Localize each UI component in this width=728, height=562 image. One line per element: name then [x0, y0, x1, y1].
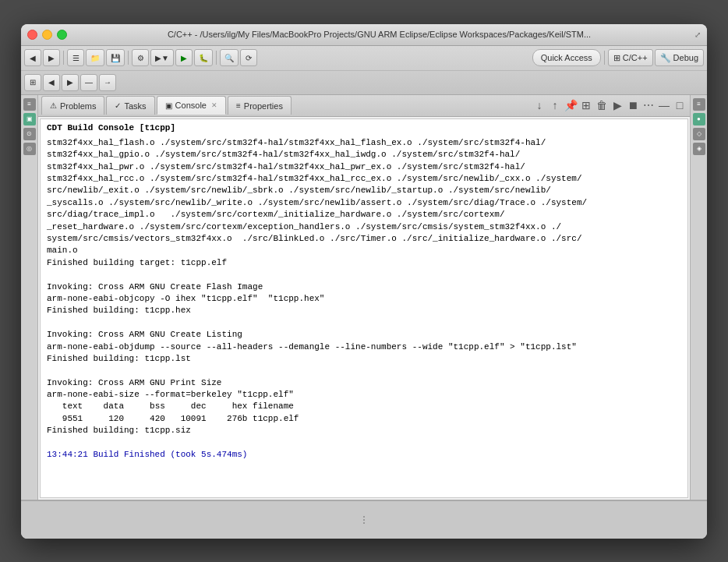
tab-properties-label: Properties — [244, 101, 283, 111]
console-tab-icon: ▣ — [165, 101, 172, 110]
tab-console-label: Console — [175, 101, 207, 110]
console-blank2 — [47, 317, 681, 329]
resize-dot-3 — [363, 522, 365, 524]
console-blank3 — [47, 365, 681, 376]
tab-actions: ↓ ↑ 📌 ⊞ 🗑 ▶ ⏹ ⋯ — □ — [532, 98, 687, 112]
maximize-button[interactable] — [57, 30, 67, 40]
console-tab-close[interactable]: ✕ — [211, 101, 217, 109]
properties-tab-icon: ≡ — [236, 101, 241, 110]
toolbar-separator-3 — [216, 51, 217, 65]
console-build-output: stm32f4xx_hal_flash.o ./system/src/stm32… — [47, 137, 681, 257]
toolbar2-btn5[interactable]: → — [99, 74, 116, 91]
minimize-panel[interactable]: — — [657, 98, 671, 112]
right-sidebar-icon-2[interactable]: ● — [693, 113, 705, 125]
console-clear[interactable]: 🗑 — [595, 98, 609, 112]
console-finished-hex: Finished building: t1cpp.hex — [47, 305, 681, 316]
quick-access-button[interactable]: Quick Access — [532, 49, 601, 66]
console-flash-cmd: arm-none-eabi-objcopy -O ihex "t1cpp.elf… — [47, 293, 681, 305]
right-sidebar-icon-1[interactable]: ≡ — [693, 98, 705, 111]
sidebar-icon-1[interactable]: ≡ — [23, 98, 36, 111]
close-button[interactable] — [27, 30, 37, 40]
console-copy[interactable]: ⊞ — [579, 98, 593, 112]
console-finished-siz: Finished building: t1cpp.siz — [47, 425, 681, 437]
search-button[interactable]: 🔍 — [220, 49, 239, 66]
tab-properties[interactable]: ≡ Properties — [228, 96, 292, 115]
run-config-button[interactable]: ▶▼ — [150, 49, 174, 66]
console-size-values: 9551 120 420 10091 276b t1cpp.elf — [47, 413, 681, 425]
build-button[interactable]: ⚙ — [132, 49, 149, 66]
console-size-header: text data bss dec hex filename — [47, 401, 681, 412]
open-button[interactable]: 📁 — [86, 49, 104, 66]
tab-bar: ⚠ Problems ✓ Tasks ▣ Console ✕ ≡ Propert… — [38, 95, 690, 117]
sidebar-icon-2[interactable]: ▣ — [23, 113, 36, 125]
maximize-panel[interactable]: □ — [673, 98, 687, 112]
console-listing-cmd: arm-none-eabi-objdump --source --all-hea… — [47, 341, 681, 353]
sidebar-icon-4[interactable]: ◎ — [23, 143, 36, 155]
tab-tasks-label: Tasks — [124, 101, 146, 111]
console-build-finished: 13:44:21 Build Finished (took 5s.474ms) — [47, 449, 681, 461]
right-sidebar: ≡ ● ◇ ◈ — [690, 95, 707, 500]
toolbar-row2: ⊞ ◀ ▶ — → — [21, 71, 707, 94]
resize-dot-2 — [363, 519, 365, 521]
console-scroll-up[interactable]: ↑ — [548, 98, 562, 112]
console-run[interactable]: ▶ — [610, 98, 624, 112]
perspective-button[interactable]: ⊞ C/C++ — [608, 49, 653, 66]
title-right: ⤢ — [685, 30, 701, 39]
console-output[interactable]: CDT Build Console [t1cpp] stm32f4xx_hal_… — [40, 118, 688, 498]
forward-button[interactable]: ▶ — [43, 49, 60, 66]
tab-problems-label: Problems — [60, 101, 96, 111]
toolbar2-btn4[interactable]: — — [80, 74, 97, 91]
tasks-tab-icon: ✓ — [115, 101, 121, 110]
debug-button[interactable]: 🐛 — [194, 49, 213, 66]
problems-tab-icon: ⚠ — [50, 101, 57, 110]
console-pin[interactable]: 📌 — [564, 98, 578, 112]
run-button[interactable]: ▶ — [175, 49, 193, 66]
main-panel: ⚠ Problems ✓ Tasks ▣ Console ✕ ≡ Propert… — [38, 95, 690, 500]
bottom-panel — [21, 500, 707, 539]
toolbar2-btn3[interactable]: ▶ — [62, 74, 79, 91]
toolbar-separator-1 — [63, 51, 64, 65]
toolbar2-btn1[interactable]: ⊞ — [24, 74, 41, 91]
resize-dot-1 — [363, 516, 365, 518]
toolbar-separator-2 — [128, 51, 129, 65]
perspective-label: C/C++ — [623, 53, 648, 62]
new-button[interactable]: ☰ — [67, 49, 84, 66]
tab-problems[interactable]: ⚠ Problems — [41, 96, 104, 115]
traffic-lights — [27, 30, 67, 40]
content-area: ≡ ▣ ⊙ ◎ ⚠ Problems ✓ Tasks ▣ Console — [21, 95, 707, 500]
refresh-button[interactable]: ⟳ — [240, 49, 257, 66]
eclipse-window: C/C++ - /Users/ilg/My Files/MacBookPro P… — [21, 24, 707, 539]
console-scroll-down[interactable]: ↓ — [532, 98, 546, 112]
window-title: C/C++ - /Users/ilg/My Files/MacBookPro P… — [73, 30, 685, 39]
minimize-button[interactable] — [42, 30, 52, 40]
tab-tasks[interactable]: ✓ Tasks — [106, 96, 154, 115]
sidebar-icon-3[interactable]: ⊙ — [23, 128, 36, 140]
right-sidebar-icon-4[interactable]: ◈ — [693, 143, 705, 155]
console-blank1 — [47, 269, 681, 281]
console-options[interactable]: ⋯ — [641, 98, 656, 112]
debug-label: Debug — [673, 53, 698, 62]
console-finished-lst: Finished building: t1cpp.lst — [47, 353, 681, 365]
toolbar-row1: ◀ ▶ ☰ 📁 💾 ⚙ ▶▼ ▶ 🐛 🔍 ⟳ Quick Access ⊞ C/… — [21, 46, 707, 71]
console-invoking-listing: Invoking: Cross ARM GNU Create Listing — [47, 329, 681, 341]
toolbar-area: ◀ ▶ ☰ 📁 💾 ⚙ ▶▼ ▶ 🐛 🔍 ⟳ Quick Access ⊞ C/… — [21, 46, 707, 95]
save-button[interactable]: 💾 — [106, 49, 125, 66]
console-finished-target: Finished building target: t1cpp.elf — [47, 257, 681, 269]
debug-perspective-button[interactable]: 🔧 Debug — [655, 49, 704, 66]
toolbar2-btn2[interactable]: ◀ — [43, 74, 60, 91]
console-invoking-flash: Invoking: Cross ARM GNU Create Flash Ima… — [47, 281, 681, 293]
back-button[interactable]: ◀ — [24, 49, 41, 66]
console-stop[interactable]: ⏹ — [626, 98, 640, 112]
debug-icon: 🔧 — [660, 53, 671, 63]
expand-icon[interactable]: ⤢ — [694, 30, 701, 39]
console-size-cmd: arm-none-eabi-size --format=berkeley "t1… — [47, 389, 681, 401]
left-sidebar: ≡ ▣ ⊙ ◎ — [21, 95, 38, 500]
console-blank4 — [47, 437, 681, 449]
title-bar: C/C++ - /Users/ilg/My Files/MacBookPro P… — [21, 24, 707, 46]
resize-handle[interactable] — [362, 512, 366, 528]
toolbar-separator-4 — [604, 51, 605, 65]
tab-console[interactable]: ▣ Console ✕ — [157, 96, 226, 115]
right-sidebar-icon-3[interactable]: ◇ — [693, 128, 705, 140]
console-header: CDT Build Console [t1cpp] — [47, 122, 681, 134]
perspective-icon: ⊞ — [613, 53, 620, 63]
